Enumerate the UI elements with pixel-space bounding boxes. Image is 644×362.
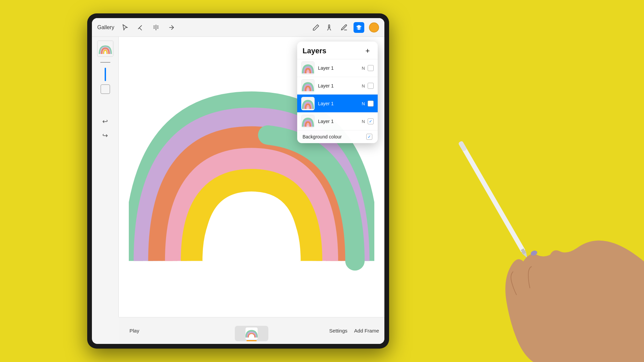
smudge-tool-icon[interactable] bbox=[339, 23, 349, 32]
layer-thumbnail-2 bbox=[301, 79, 315, 93]
frame-thumbnail[interactable] bbox=[246, 327, 258, 340]
symmetry-tool-icon[interactable] bbox=[151, 23, 161, 32]
svg-rect-13 bbox=[458, 141, 467, 152]
gallery-button[interactable]: Gallery bbox=[97, 24, 114, 31]
svg-rect-15 bbox=[521, 248, 526, 254]
add-frame-button[interactable]: Add Frame bbox=[354, 328, 379, 334]
pen-tool-icon[interactable] bbox=[311, 23, 321, 32]
layers-panel-title: Layers bbox=[303, 47, 326, 55]
hand-with-stylus bbox=[389, 94, 644, 362]
layer-mode-2: N bbox=[362, 83, 365, 88]
hand-stylus-svg bbox=[389, 94, 644, 362]
bottom-bar: Play Settings Add Frame bbox=[119, 317, 384, 344]
svg-marker-14 bbox=[522, 251, 529, 259]
layers-panel-header: Layers + bbox=[297, 42, 378, 59]
layer-row-2[interactable]: Layer 1N bbox=[297, 77, 378, 95]
layer-thumbnail-4 bbox=[301, 115, 315, 128]
selection-tool-icon[interactable] bbox=[120, 23, 130, 32]
brush-tool-icon[interactable] bbox=[325, 23, 335, 32]
toolbar: Gallery bbox=[92, 18, 384, 37]
layer-visibility-checkbox-2[interactable] bbox=[368, 83, 374, 89]
frame-strip bbox=[235, 326, 268, 341]
canvas-thumb-icon bbox=[98, 41, 113, 56]
toolbar-right bbox=[311, 22, 379, 33]
svg-point-16 bbox=[530, 250, 538, 256]
play-button[interactable]: Play bbox=[124, 325, 145, 336]
background-colour-label: Background colour bbox=[303, 134, 366, 139]
color-picker-button[interactable] bbox=[369, 22, 379, 33]
layer-visibility-checkbox-1[interactable] bbox=[368, 65, 374, 71]
layer-visibility-checkbox-3[interactable] bbox=[368, 101, 374, 107]
layer-mode-1: N bbox=[362, 66, 365, 71]
background-colour-checkbox[interactable] bbox=[366, 134, 372, 140]
svg-rect-12 bbox=[458, 141, 526, 253]
layer-name-4: Layer 1 bbox=[315, 119, 362, 124]
bottom-right-buttons: Settings Add Frame bbox=[329, 328, 379, 334]
layer-name-3: Layer 1 bbox=[315, 101, 362, 106]
layers-button[interactable] bbox=[354, 22, 364, 33]
layer-name-2: Layer 1 bbox=[315, 83, 362, 88]
left-sidebar: ↩ ↪ bbox=[92, 37, 119, 317]
background-colour-row: Background colour bbox=[297, 130, 378, 143]
brush-size-indicator[interactable] bbox=[105, 68, 106, 81]
transform-tool-icon[interactable] bbox=[136, 23, 145, 32]
layers-list: Layer 1N Layer 1N bbox=[297, 59, 378, 130]
redo-button[interactable]: ↪ bbox=[102, 131, 108, 139]
undo-button[interactable]: ↩ bbox=[102, 117, 108, 125]
layer-mode-4: N bbox=[362, 119, 365, 124]
layer-row-4[interactable]: Layer 1N bbox=[297, 112, 378, 130]
toolbar-left: Gallery bbox=[97, 23, 311, 32]
ipad-device: Gallery bbox=[87, 13, 389, 349]
move-tool-icon[interactable] bbox=[167, 23, 176, 32]
layer-visibility-checkbox-4[interactable] bbox=[368, 118, 374, 124]
settings-button[interactable]: Settings bbox=[329, 328, 347, 334]
layer-row-1[interactable]: Layer 1N bbox=[297, 59, 378, 77]
add-layer-button[interactable]: + bbox=[363, 46, 372, 56]
layer-mode-3: N bbox=[362, 101, 365, 106]
ipad-screen: Gallery bbox=[92, 18, 384, 344]
layer-thumb-sidebar[interactable] bbox=[97, 40, 114, 57]
layer-thumbnail-3 bbox=[301, 97, 315, 110]
scene: Gallery bbox=[0, 0, 644, 362]
layer-row-3[interactable]: Layer 1N bbox=[297, 95, 378, 112]
layer-name-1: Layer 1 bbox=[315, 65, 362, 71]
sidebar-divider bbox=[100, 62, 110, 63]
sidebar-square-button[interactable] bbox=[101, 84, 110, 94]
layers-panel: Layers + Layer 1N bbox=[297, 42, 378, 143]
layer-thumbnail-1 bbox=[301, 61, 315, 75]
